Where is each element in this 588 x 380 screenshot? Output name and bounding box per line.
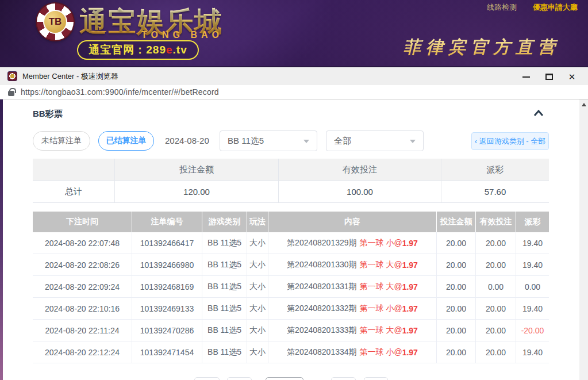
bet-odds: 1.97 (402, 304, 418, 313)
bet-pick: 第一球 大@ (360, 325, 402, 336)
cell-payout: -20.00 (516, 320, 549, 341)
bet-pick: 第一球 小@ (360, 238, 402, 248)
minimize-icon (522, 76, 530, 78)
lock-icon (8, 91, 14, 96)
bet-period: 第202408201334期 (287, 347, 356, 358)
cell-game: BB 11选5 (202, 254, 247, 276)
bet-period: 第202408201333期 (287, 325, 356, 336)
pagination-button[interactable] (331, 377, 356, 380)
minimize-button[interactable] (514, 67, 537, 86)
summary-total-label: 总计 (33, 181, 115, 202)
summary-header-payout: 派彩 (441, 159, 549, 181)
bet-period: 第202408201332期 (287, 304, 356, 314)
cell-game: BB 11选5 (202, 341, 247, 363)
cell-time: 2024-08-20 22:12:24 (33, 341, 132, 363)
vertical-scrollbar[interactable] (579, 99, 588, 380)
cell-game: BB 11选5 (202, 276, 247, 298)
table-row: 2024-08-20 22:12:24 101392471454 BB 11选5… (33, 341, 549, 363)
type-select[interactable]: 全部 (326, 130, 424, 151)
cell-play: 大小 (247, 320, 268, 341)
collapse-section-button[interactable] (530, 107, 547, 120)
bet-records-table: 下注时间 注单编号 游戏类别 玩法 内容 投注金额 有效投注 派彩 2024-0… (33, 212, 549, 363)
cell-detail: 第202408201331期第一球 大@1.97 (268, 276, 437, 298)
pagination-button-active[interactable] (266, 377, 303, 380)
chevron-down-icon (410, 140, 416, 143)
cell-payout: 0.00 (516, 276, 549, 298)
cell-payout: 19.40 (516, 254, 549, 276)
badge-highlight: e (166, 44, 173, 56)
poker-chip-logo-icon: TB (37, 3, 74, 40)
cell-valid: 20.00 (476, 232, 516, 254)
summary-table: 投注金额 有效投注 派彩 总计 120.00 100.00 57.60 (33, 159, 549, 203)
cell-bet: 20.00 (437, 276, 476, 298)
table-row: 2024-08-20 22:11:24 101392470286 BB 11选5… (33, 320, 549, 341)
cell-valid: 20.00 (476, 341, 516, 363)
pagination-button[interactable] (227, 377, 252, 380)
bet-odds: 1.97 (402, 239, 418, 248)
summary-header-bet: 投注金额 (115, 159, 279, 181)
back-to-game-category-button[interactable]: ‹ 返回游戏类别 - 全部 (471, 132, 549, 150)
cell-order: 101392469133 (132, 298, 202, 320)
table-header-row: 下注时间 注单编号 游戏类别 玩法 内容 投注金额 有效投注 派彩 (33, 212, 549, 232)
cell-bet: 20.00 (437, 232, 476, 254)
cell-order: 101392466417 (132, 232, 202, 254)
cell-valid: 20.00 (476, 298, 516, 320)
bet-period: 第202408201330期 (287, 260, 356, 270)
game-select[interactable]: BB 11选5 (220, 130, 317, 151)
site-logo-subtitle: TONG BAO (141, 30, 223, 40)
official-site-badge[interactable]: 通宝官网： 289 e .tv (77, 40, 199, 60)
cell-time: 2024-08-20 22:11:24 (33, 320, 132, 341)
cell-bet: 20.00 (437, 254, 476, 276)
cell-order: 101392468169 (132, 276, 202, 298)
col-detail: 内容 (268, 212, 437, 232)
table-row: 2024-08-20 22:08:26 101392466980 BB 11选5… (33, 254, 549, 276)
cell-detail: 第202408201332期第一球 小@1.97 (268, 298, 437, 320)
cell-valid: 0.00 (476, 276, 516, 298)
col-order: 注单编号 (132, 212, 202, 232)
date-filter[interactable]: 2024-08-20 (165, 136, 209, 145)
col-bet: 投注金额 (437, 212, 476, 232)
chip-label: TB (43, 10, 67, 34)
cell-detail: 第202408201334期第一球 小@1.97 (268, 341, 437, 363)
cell-order: 101392470286 (132, 320, 202, 341)
cell-game: BB 11选5 (202, 232, 247, 254)
pagination-button[interactable] (194, 377, 220, 380)
settled-bets-tab[interactable]: 已结算注单 (98, 131, 154, 151)
bet-period: 第202408201331期 (287, 282, 356, 292)
cell-order: 101392471454 (132, 341, 202, 363)
summary-total-bet: 120.00 (115, 181, 279, 202)
summary-header-blank (33, 159, 115, 181)
close-button[interactable]: ✕ (560, 67, 583, 86)
unsettled-bets-tab[interactable]: 未结算注单 (33, 131, 90, 151)
badge-prefix: 通宝官网： (89, 43, 146, 57)
pagination-button[interactable] (364, 377, 388, 380)
maximize-button[interactable] (537, 67, 560, 86)
url-text[interactable]: https://tongbao31.com:9900/infe/mcenter/… (21, 87, 219, 97)
promo-hall-link[interactable]: 優惠申請大廳 (533, 3, 578, 11)
summary-total-payout: 57.60 (441, 181, 549, 202)
summary-total-row: 总计 120.00 100.00 57.60 (33, 181, 549, 202)
cell-play: 大小 (247, 298, 268, 320)
bet-pick: 第一球 小@ (360, 347, 402, 358)
cell-time: 2024-08-20 22:10:16 (33, 298, 132, 320)
summary-header-valid: 有效投注 (279, 159, 441, 181)
summary-header-row: 投注金额 有效投注 派彩 (33, 159, 549, 181)
cell-detail: 第202408201333期第一球 大@1.97 (268, 320, 437, 341)
cell-payout: 19.40 (516, 298, 549, 320)
col-play: 玩法 (247, 212, 268, 232)
cell-order: 101392466980 (132, 254, 202, 276)
scroll-up-arrow-icon (582, 103, 586, 106)
bet-odds: 1.97 (402, 326, 418, 335)
bet-pick: 第一球 小@ (360, 304, 402, 314)
close-icon: ✕ (568, 72, 576, 81)
cell-play: 大小 (247, 276, 268, 298)
cell-time: 2024-08-20 22:09:24 (33, 276, 132, 298)
cell-payout: 19.40 (516, 232, 549, 254)
badge-number: 289 (146, 44, 166, 56)
header-links: 线路检测優惠申請大廳 (487, 2, 578, 13)
cell-bet: 20.00 (437, 298, 476, 320)
bet-odds: 1.97 (402, 260, 418, 270)
url-bar[interactable]: https://tongbao31.com:9900/infe/mcenter/… (0, 85, 588, 99)
col-game: 游戏类别 (202, 212, 247, 232)
line-check-link[interactable]: 线路检测 (487, 3, 517, 11)
